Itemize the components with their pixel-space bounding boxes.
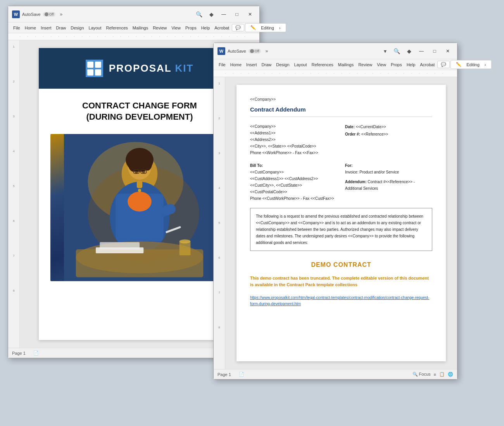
invoice-text: Invoice: Product and/or Service <box>345 169 432 175</box>
title-bar-2: W AutoSave Off » ▾ 🔍 ◆ — □ ✕ <box>214 43 457 59</box>
menu-file-1[interactable]: File <box>11 25 22 31</box>
menu-mailings-2[interactable]: Mailings <box>336 62 356 68</box>
order-row: Order #: <<Reference>> <box>345 131 432 138</box>
ruler-mark-3: 3 <box>8 114 19 149</box>
ruler-top-1 <box>8 33 259 40</box>
autosave-label-1: AutoSave <box>22 12 41 17</box>
menu-help-1[interactable]: Help <box>199 25 212 31</box>
title-bar-left-2: W AutoSave Off » <box>217 47 381 55</box>
address-section: <<Company>> <<Address1>> <<Address2>> <<… <box>250 123 432 156</box>
menu-insert-2[interactable]: Insert <box>244 62 259 68</box>
ruler-mark-2: 2 <box>8 79 19 114</box>
search-icon-1[interactable]: 🔍 <box>193 10 205 18</box>
menu-draw-1[interactable]: Draw <box>54 25 68 31</box>
menu-acrobat-1[interactable]: Acrobat <box>212 25 231 31</box>
svg-rect-2 <box>87 69 93 76</box>
ruler-mark-7: 7 <box>8 253 19 288</box>
addr-address2: <<Address2>> <box>250 136 337 143</box>
focus-btn-2[interactable]: 🔍 Focus <box>413 372 431 377</box>
menu-references-2[interactable]: References <box>310 62 335 68</box>
addr-phone-fax: Phone <<WorkPhone>> - Fax <<Fax>> <box>250 149 337 156</box>
pencil-icon-2: ✏️ <box>454 61 463 68</box>
ribbon-menu-1: File Home Insert Draw Design Layout Refe… <box>8 22 259 33</box>
close-btn-2[interactable]: ✕ <box>442 47 453 55</box>
comment-btn-1[interactable]: 💬 <box>232 24 244 31</box>
down-arrow-icon-2[interactable]: ▾ <box>381 47 389 55</box>
svg-rect-28 <box>180 241 191 255</box>
ruler-mark-8: 8 <box>8 288 19 323</box>
autosave-label-2: AutoSave <box>228 49 246 53</box>
date-row: Date: <<CurrentDate>> <box>345 123 432 131</box>
autosave-toggle-2[interactable]: Off <box>249 49 261 53</box>
print-layout-icon-2[interactable]: 📋 <box>439 372 445 377</box>
svg-rect-3 <box>95 69 101 76</box>
editing-btn-1[interactable]: ✏️ Editing › <box>245 23 286 32</box>
nav-arrows-2[interactable]: » <box>266 48 268 54</box>
menu-view-1[interactable]: View <box>169 25 183 31</box>
ruler-line-1 <box>20 36 248 37</box>
info-box: The following is a request to amend the … <box>250 208 432 251</box>
left-ruler-1: 1 2 3 4 5 6 7 8 <box>8 40 20 348</box>
nav-arrows-1[interactable]: » <box>60 12 63 17</box>
menu-file-2[interactable]: File <box>217 62 228 68</box>
menu-mailings-1[interactable]: Mailings <box>131 25 150 31</box>
search-icon-2[interactable]: 🔍 <box>391 47 402 55</box>
svg-point-18 <box>128 192 152 211</box>
menu-props-1[interactable]: Props <box>183 25 198 31</box>
billing-left: Bill To: <<CustCompany>> <<CustAddress1>… <box>250 162 337 202</box>
menu-help-2[interactable]: Help <box>405 62 418 68</box>
cover-image <box>50 134 229 281</box>
address-right: Date: <<CurrentDate>> Order #: <<Referen… <box>345 123 432 156</box>
menu-review-1[interactable]: Review <box>151 25 169 31</box>
web-layout-icon-2[interactable]: 🌐 <box>448 372 453 377</box>
editing-btn-2[interactable]: ✏️ Editing › <box>450 60 491 69</box>
demo-link[interactable]: https://www.proposalkit.com/htm/legal-co… <box>250 295 432 307</box>
doc-title-line1: CONTRACT CHANGE FORM (DURING DEVELOPMENT… <box>54 100 225 122</box>
addr-company: <<Company>> <box>250 123 337 130</box>
pk-logo <box>86 60 103 77</box>
ribbon-menu-2: File Home Insert Draw Design Layout Refe… <box>214 59 457 70</box>
cover-doc-title: CONTRACT CHANGE FORM (DURING DEVELOPMENT… <box>39 89 240 130</box>
read-mode-icon-2[interactable]: ≡ <box>434 372 436 377</box>
minimize-btn-2[interactable]: — <box>416 47 427 55</box>
brand-name: PROPOSAL KIT <box>109 62 194 74</box>
close-btn-1[interactable]: ✕ <box>245 10 255 18</box>
svg-point-29 <box>180 239 191 243</box>
page-1: PROPOSAL KIT CONTRACT CHANGE FORM (DURIN… <box>39 48 240 340</box>
svg-rect-0 <box>87 62 93 68</box>
menu-acrobat-2[interactable]: Acrobat <box>418 62 437 68</box>
page-2: <<Company>> Contract Addendum <<Company>… <box>236 85 446 361</box>
menu-insert-1[interactable]: Insert <box>39 25 54 31</box>
minimize-btn-1[interactable]: — <box>218 10 229 18</box>
autosave-toggle-1[interactable]: Off <box>43 12 55 17</box>
ruler-top-2 <box>214 70 457 77</box>
ruler-line-2 <box>225 73 445 74</box>
menu-review-2[interactable]: Review <box>356 62 374 68</box>
menu-home-1[interactable]: Home <box>23 25 38 31</box>
maximize-btn-2[interactable]: □ <box>429 47 440 55</box>
maximize-btn-1[interactable]: □ <box>231 10 242 18</box>
ruler-mark-2-4: 4 <box>214 186 225 220</box>
menu-view-2[interactable]: View <box>375 62 388 68</box>
menu-home-2[interactable]: Home <box>228 62 243 68</box>
title-bar-1: W AutoSave Off » 🔍 ◆ — □ ✕ <box>8 6 259 22</box>
ruler-mark-2-7: 7 <box>214 290 225 325</box>
title-bar-controls-2: ▾ 🔍 ◆ — □ ✕ <box>381 47 453 55</box>
title-bar-controls-1: 🔍 ◆ — □ ✕ <box>193 10 255 18</box>
cust-postal: <<CustPostalCode>> <box>250 189 337 195</box>
svg-point-11 <box>143 155 152 171</box>
menu-props-2[interactable]: Props <box>389 62 404 68</box>
pencil-icon-1: ✏️ <box>249 24 258 31</box>
menu-layout-1[interactable]: Layout <box>87 25 104 31</box>
svg-rect-24 <box>137 181 142 188</box>
menu-design-2[interactable]: Design <box>274 62 291 68</box>
doc-scroll-2[interactable]: 1 2 3 4 5 6 7 8 <<Company>> Contract Add… <box>214 77 457 369</box>
billing-section: Bill To: <<CustCompany>> <<CustAddress1>… <box>250 162 432 202</box>
menu-references-1[interactable]: References <box>104 25 130 31</box>
menu-layout-2[interactable]: Layout <box>292 62 309 68</box>
comment-btn-2[interactable]: 💬 <box>437 61 450 68</box>
diamond-icon-2[interactable]: ◆ <box>405 47 414 55</box>
menu-design-1[interactable]: Design <box>69 25 86 31</box>
menu-draw-2[interactable]: Draw <box>260 62 274 68</box>
diamond-icon-1[interactable]: ◆ <box>207 10 216 18</box>
